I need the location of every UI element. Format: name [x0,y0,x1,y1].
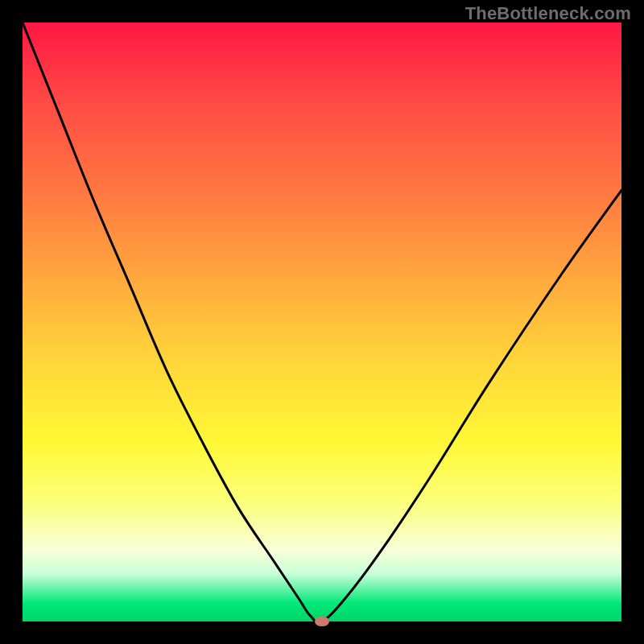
optimal-point-marker [315,617,329,626]
chart-frame: TheBottleneck.com [0,0,644,644]
plot-area [23,23,621,621]
bottleneck-curve [23,23,621,621]
watermark-text: TheBottleneck.com [465,3,631,24]
